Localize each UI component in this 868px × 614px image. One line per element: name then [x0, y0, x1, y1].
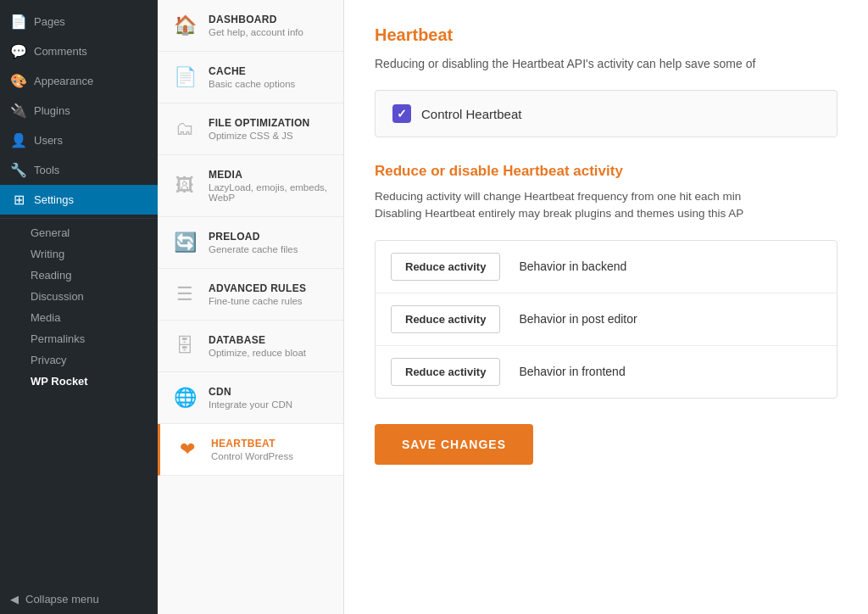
sub-item-general[interactable]: General: [31, 222, 158, 243]
nav-item-dashboard[interactable]: 🏠 DASHBOARD Get help, account info: [158, 0, 343, 52]
sidebar-item-plugins[interactable]: 🔌 Plugins: [0, 96, 158, 126]
collapse-icon: ◀: [10, 593, 19, 606]
plugin-nav: 🏠 DASHBOARD Get help, account info 📄 CAC…: [158, 0, 344, 614]
sidebar-divider: [0, 218, 158, 219]
reduce-activity-backend-button[interactable]: Reduce activity: [391, 253, 500, 281]
heartbeat-description: Reducing or disabling the Heartbeat API'…: [375, 55, 837, 73]
nav-item-database[interactable]: 🗄 DATABASE Optimize, reduce bloat: [158, 321, 343, 372]
collapse-menu-button[interactable]: ◀ Collapse menu: [0, 584, 158, 614]
preload-icon: 🔄: [173, 232, 197, 254]
reduce-section-title: Reduce or disable Heartbeat activity: [375, 163, 837, 180]
reduce-description: Reducing activity will change Heartbeat …: [375, 188, 837, 223]
heartbeat-row-frontend: Reduce activity Behavior in frontend: [376, 346, 837, 398]
file-opt-icon: 🗂: [173, 118, 197, 140]
nav-item-advanced-rules[interactable]: ☰ ADVANCED RULES Fine-tune cache rules: [158, 269, 343, 321]
nav-item-file-optimization[interactable]: 🗂 FILE OPTIMIZATION Optimize CSS & JS: [158, 103, 343, 155]
settings-submenu: General Writing Reading Discussion Media…: [0, 222, 158, 392]
sidebar-item-appearance[interactable]: 🎨 Appearance: [0, 66, 158, 96]
sub-item-media[interactable]: Media: [31, 307, 158, 328]
nav-item-preload[interactable]: 🔄 PRELOAD Generate cache files: [158, 217, 343, 269]
tools-icon: 🔧: [10, 162, 27, 178]
plugins-icon: 🔌: [10, 103, 27, 119]
sidebar-item-tools[interactable]: 🔧 Tools: [0, 155, 158, 185]
control-heartbeat-checkbox[interactable]: [392, 104, 411, 123]
sub-item-reading[interactable]: Reading: [31, 265, 158, 286]
control-heartbeat-box: Control Heartbeat: [375, 90, 837, 137]
admin-sidebar: 📄 Pages 💬 Comments 🎨 Appearance 🔌 Plugin…: [0, 0, 158, 614]
sub-item-permalinks[interactable]: Permalinks: [31, 328, 158, 349]
sub-item-discussion[interactable]: Discussion: [31, 286, 158, 307]
control-heartbeat-label: Control Heartbeat: [421, 107, 521, 121]
sub-item-writing[interactable]: Writing: [31, 243, 158, 265]
reduce-activity-post-editor-button[interactable]: Reduce activity: [391, 305, 500, 333]
dashboard-icon: 🏠: [173, 14, 197, 36]
settings-icon: ⊞: [10, 192, 27, 208]
nav-item-media[interactable]: 🖼 MEDIA LazyLoad, emojis, embeds, WebP: [158, 155, 343, 217]
comments-icon: 💬: [10, 43, 27, 59]
backend-behavior-label: Behavior in backend: [515, 260, 626, 273]
main-content: Heartbeat Reducing or disabling the Hear…: [344, 0, 868, 614]
database-icon: 🗄: [173, 335, 197, 357]
appearance-icon: 🎨: [10, 73, 27, 89]
sub-item-wp-rocket[interactable]: WP Rocket: [31, 371, 158, 392]
frontend-behavior-label: Behavior in frontend: [515, 365, 625, 378]
nav-item-heartbeat[interactable]: ❤ HEARTBEAT Control WordPress: [158, 424, 343, 476]
post-editor-behavior-label: Behavior in post editor: [515, 312, 637, 326]
cache-icon: 📄: [173, 66, 197, 88]
heartbeat-table: Reduce activity Behavior in backend Redu…: [375, 240, 837, 399]
pages-icon: 📄: [10, 14, 27, 30]
sidebar-item-settings[interactable]: ⊞ Settings: [0, 185, 158, 215]
heartbeat-row-backend: Reduce activity Behavior in backend: [376, 241, 837, 293]
heartbeat-row-post-editor: Reduce activity Behavior in post editor: [376, 293, 837, 346]
sidebar-item-pages[interactable]: 📄 Pages: [0, 7, 158, 36]
nav-item-cache[interactable]: 📄 CACHE Basic cache options: [158, 52, 343, 103]
nav-item-cdn[interactable]: 🌐 CDN Integrate your CDN: [158, 372, 343, 424]
sidebar-item-users[interactable]: 👤 Users: [0, 126, 158, 155]
save-changes-button[interactable]: SAVE CHANGES: [375, 424, 533, 465]
cdn-icon: 🌐: [173, 387, 197, 409]
media-icon: 🖼: [173, 175, 197, 197]
sub-item-privacy[interactable]: Privacy: [31, 349, 158, 371]
heartbeat-icon: ❤: [175, 438, 199, 460]
sidebar-item-comments[interactable]: 💬 Comments: [0, 36, 158, 66]
users-icon: 👤: [10, 132, 27, 148]
advanced-rules-icon: ☰: [173, 283, 197, 305]
reduce-activity-frontend-button[interactable]: Reduce activity: [391, 358, 500, 386]
heartbeat-title: Heartbeat: [375, 25, 837, 45]
